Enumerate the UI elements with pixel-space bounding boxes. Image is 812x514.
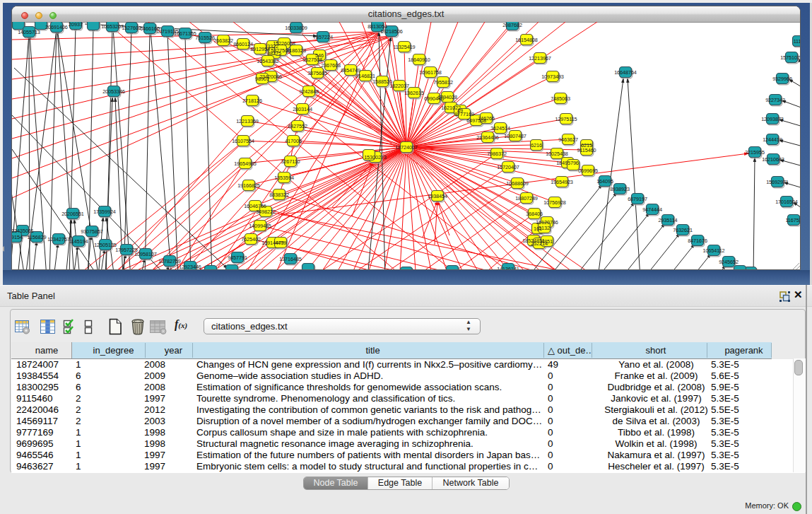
svg-text:16033809: 16033809 xyxy=(285,25,307,31)
svg-text:3624514: 3624514 xyxy=(490,125,510,132)
svg-text:7955812: 7955812 xyxy=(433,79,453,86)
svg-text:5132: 5132 xyxy=(539,225,550,231)
svg-text:9227342: 9227342 xyxy=(765,97,785,103)
svg-text:19654985: 19654985 xyxy=(234,160,257,167)
svg-text:10782759: 10782759 xyxy=(158,258,181,264)
svg-text:3498222: 3498222 xyxy=(256,209,276,215)
svg-text:9245652: 9245652 xyxy=(719,259,739,265)
svg-text:12923446: 12923446 xyxy=(179,264,201,270)
svg-text:98901: 98901 xyxy=(255,76,269,82)
svg-text:18640910: 18640910 xyxy=(408,57,430,63)
svg-text:6794028: 6794028 xyxy=(437,94,457,100)
svg-text:2718126: 2718126 xyxy=(242,98,262,104)
svg-text:2803144: 2803144 xyxy=(293,106,312,112)
svg-text:7663822: 7663822 xyxy=(213,37,233,44)
svg-text:10958107: 10958107 xyxy=(134,251,157,257)
svg-text:12342757: 12342757 xyxy=(47,236,70,243)
svg-text:16648764: 16648764 xyxy=(614,69,637,76)
svg-text:1938454: 1938454 xyxy=(428,193,447,199)
svg-text:6216: 6216 xyxy=(531,142,542,148)
svg-text:16154808: 16154808 xyxy=(515,37,538,43)
svg-text:3215955: 3215955 xyxy=(745,149,765,156)
svg-text:7515526: 7515526 xyxy=(195,35,215,41)
svg-text:2367608: 2367608 xyxy=(321,62,341,69)
svg-text:9777169: 9777169 xyxy=(454,111,474,117)
svg-text:368406: 368406 xyxy=(526,211,543,217)
svg-text:4479: 4479 xyxy=(275,240,286,246)
svg-text:3267110: 3267110 xyxy=(281,158,300,165)
svg-text:116753: 116753 xyxy=(785,217,801,223)
svg-text:1362615: 1362615 xyxy=(404,90,424,96)
svg-text:12213967: 12213967 xyxy=(529,55,551,62)
svg-text:21364436: 21364436 xyxy=(476,134,499,141)
svg-text:8938923: 8938923 xyxy=(610,186,630,192)
svg-text:17359924: 17359924 xyxy=(93,209,116,215)
svg-text:1145194: 1145194 xyxy=(69,238,88,245)
svg-text:4851: 4851 xyxy=(541,238,553,245)
svg-text:10973493: 10973493 xyxy=(541,74,564,80)
svg-text:15226058: 15226058 xyxy=(273,40,295,47)
svg-text:15692971: 15692971 xyxy=(766,179,789,185)
svg-text:9463627: 9463627 xyxy=(558,136,578,143)
svg-text:1156829: 1156829 xyxy=(27,234,46,240)
svg-text:16210643: 16210643 xyxy=(762,156,784,163)
svg-text:18807249: 18807249 xyxy=(515,195,538,201)
svg-text:1822037: 1822037 xyxy=(389,83,409,89)
svg-text:12505135: 12505135 xyxy=(94,242,117,248)
svg-text:16961758: 16961758 xyxy=(419,69,442,76)
svg-text:17016504: 17016504 xyxy=(775,199,798,205)
svg-text:2087682: 2087682 xyxy=(502,22,522,28)
svg-text:10807487: 10807487 xyxy=(504,133,526,139)
svg-text:20053346: 20053346 xyxy=(102,88,125,95)
svg-text:16107554: 16107554 xyxy=(232,138,254,144)
svg-text:13435061: 13435061 xyxy=(12,228,34,234)
svg-text:19654923: 19654923 xyxy=(551,179,573,185)
svg-text:14099485: 14099485 xyxy=(249,223,271,229)
svg-text:16543382: 16543382 xyxy=(257,58,279,64)
svg-text:18724007: 18724007 xyxy=(395,144,418,151)
svg-text:9115460: 9115460 xyxy=(577,147,596,153)
svg-text:9242848: 9242848 xyxy=(299,88,319,95)
svg-text:12975115: 12975115 xyxy=(555,116,577,122)
svg-text:10025438: 10025438 xyxy=(546,151,568,157)
svg-text:12093873: 12093873 xyxy=(761,116,784,122)
svg-text:9457791: 9457791 xyxy=(228,255,247,261)
svg-text:164095: 164095 xyxy=(596,178,613,185)
svg-text:7857224: 7857224 xyxy=(313,34,333,40)
svg-text:16671355: 16671355 xyxy=(174,30,196,37)
svg-text:8427552: 8427552 xyxy=(288,123,307,129)
svg-text:14055713: 14055713 xyxy=(18,29,40,35)
svg-text:11325419: 11325419 xyxy=(393,44,415,50)
svg-text:10653267: 10653267 xyxy=(101,23,124,30)
svg-text:8186328: 8186328 xyxy=(286,47,306,54)
svg-text:19218506: 19218506 xyxy=(380,28,403,35)
svg-text:2935114: 2935114 xyxy=(658,217,677,223)
svg-text:18495796: 18495796 xyxy=(556,160,579,166)
svg-text:9327508: 9327508 xyxy=(302,57,322,63)
svg-text:13716485: 13716485 xyxy=(279,256,302,262)
svg-text:15751074: 15751074 xyxy=(780,54,801,61)
svg-text:7986372: 7986372 xyxy=(487,151,507,157)
svg-text:8838322: 8838322 xyxy=(269,192,289,198)
svg-text:417006: 417006 xyxy=(285,138,302,144)
svg-text:7485063: 7485063 xyxy=(551,95,570,102)
svg-text:14136141: 14136141 xyxy=(497,266,519,271)
svg-text:6879197: 6879197 xyxy=(628,196,647,202)
svg-text:9329966: 9329966 xyxy=(772,76,792,82)
svg-text:15720407: 15720407 xyxy=(497,164,519,170)
svg-text:19166825: 19166825 xyxy=(237,182,260,189)
svg-text:9474444: 9474444 xyxy=(642,206,662,213)
svg-text:1112: 1112 xyxy=(794,38,801,45)
svg-text:1244419: 1244419 xyxy=(763,136,782,143)
svg-text:12213369: 12213369 xyxy=(236,118,259,124)
svg-text:20206551: 20206551 xyxy=(61,211,84,217)
svg-text:1527602: 1527602 xyxy=(122,25,141,31)
svg-text:10756928: 10756928 xyxy=(543,199,566,206)
svg-text:0699695: 0699695 xyxy=(578,168,598,174)
svg-text:20937: 20937 xyxy=(69,22,83,28)
svg-text:7625402: 7625402 xyxy=(241,236,261,243)
svg-text:39154: 39154 xyxy=(12,234,23,240)
svg-text:20691406: 20691406 xyxy=(45,24,68,30)
svg-text:8471676: 8471676 xyxy=(688,238,707,244)
svg-text:3875685: 3875685 xyxy=(307,70,327,76)
